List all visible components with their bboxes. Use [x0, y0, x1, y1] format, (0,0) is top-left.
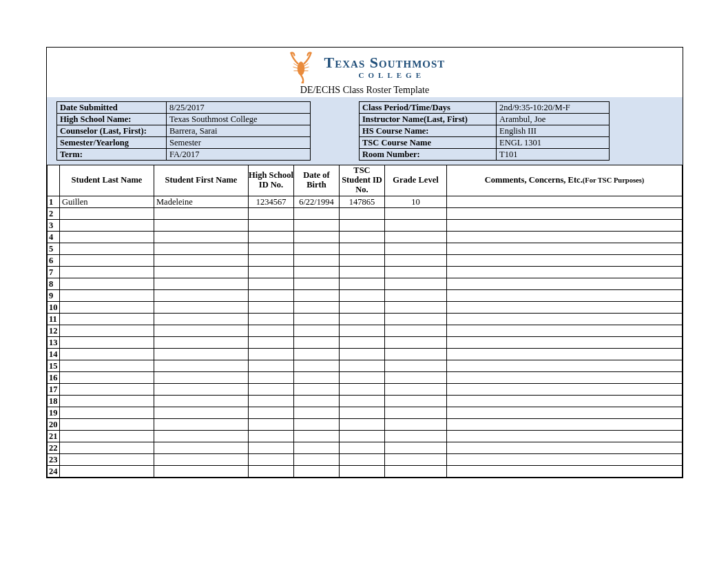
- info-value: Texas Southmost College: [167, 114, 311, 125]
- cell-hs-id: [249, 407, 294, 419]
- row-number: 3: [48, 220, 60, 232]
- cell-comments: [447, 278, 683, 290]
- cell-hs-id: [249, 325, 294, 337]
- cell-last-name: [60, 220, 154, 232]
- cell-dob: [294, 267, 340, 278]
- cell-first-name: [154, 466, 249, 478]
- info-value: ENGL 1301: [497, 137, 610, 149]
- table-row: 10: [48, 302, 683, 314]
- table-row: 20: [48, 419, 683, 431]
- cell-dob: [294, 442, 340, 454]
- info-value: Semester: [167, 137, 311, 149]
- cell-first-name: [154, 232, 249, 243]
- cell-hs-id: [249, 232, 294, 243]
- table-row: 9: [48, 290, 683, 302]
- cell-grade: [385, 208, 447, 220]
- cell-comments: [447, 232, 683, 243]
- cell-last-name: [60, 243, 154, 255]
- cell-hs-id: [249, 267, 294, 278]
- info-label: TSC Course Name: [360, 137, 497, 149]
- row-number: 7: [48, 267, 60, 278]
- row-number: 8: [48, 278, 60, 290]
- cell-first-name: [154, 220, 249, 232]
- cell-tsc-id: [340, 290, 385, 302]
- table-row: 19: [48, 407, 683, 419]
- cell-comments: [447, 419, 683, 431]
- table-row: 15: [48, 360, 683, 372]
- cell-hs-id: [249, 290, 294, 302]
- cell-first-name: [154, 454, 249, 466]
- cell-comments: [447, 454, 683, 466]
- cell-dob: [294, 232, 340, 243]
- cell-first-name: [154, 396, 249, 407]
- table-row: 21: [48, 431, 683, 442]
- cell-grade: [385, 290, 447, 302]
- col-rownum: [48, 165, 60, 196]
- cell-grade: [385, 442, 447, 454]
- cell-first-name: [154, 337, 249, 349]
- cell-comments: [447, 407, 683, 419]
- cell-last-name: [60, 208, 154, 220]
- cell-dob: [294, 466, 340, 478]
- cell-tsc-id: [340, 419, 385, 431]
- table-row: 13: [48, 337, 683, 349]
- cell-last-name: [60, 466, 154, 478]
- col-last-name: Student Last Name: [60, 165, 154, 196]
- cell-first-name: [154, 267, 249, 278]
- row-number: 2: [48, 208, 60, 220]
- cell-tsc-id: [340, 466, 385, 478]
- col-comments: Comments, Concerns, Etc.(For TSC Purpose…: [447, 165, 683, 196]
- cell-comments: [447, 243, 683, 255]
- table-row: 3: [48, 220, 683, 232]
- cell-tsc-id: [340, 372, 385, 384]
- col-hs-id: High School ID No.: [249, 165, 294, 196]
- cell-tsc-id: [340, 208, 385, 220]
- roster-header-row: Student Last Name Student First Name Hig…: [48, 165, 683, 196]
- info-row: Semester/YearlongSemester: [57, 137, 311, 149]
- cell-first-name: [154, 407, 249, 419]
- cell-grade: [385, 431, 447, 442]
- cell-grade: [385, 337, 447, 349]
- cell-first-name: [154, 278, 249, 290]
- cell-hs-id: [249, 278, 294, 290]
- cell-last-name: [60, 419, 154, 431]
- cell-dob: [294, 290, 340, 302]
- cell-last-name: [60, 396, 154, 407]
- cell-first-name: [154, 360, 249, 372]
- cell-grade: [385, 349, 447, 360]
- row-number: 18: [48, 396, 60, 407]
- cell-grade: [385, 267, 447, 278]
- cell-comments: [447, 337, 683, 349]
- header: Texas Southmost COLLEGE DE/ECHS Class Ro…: [47, 48, 683, 97]
- cell-last-name: [60, 349, 154, 360]
- cell-last-name: [60, 314, 154, 325]
- cell-hs-id: [249, 243, 294, 255]
- info-label: Room Number:: [360, 149, 497, 161]
- info-band: Date Submitted8/25/2017High School Name:…: [47, 97, 683, 165]
- cell-last-name: [60, 267, 154, 278]
- cell-grade: [385, 278, 447, 290]
- cell-last-name: [60, 407, 154, 419]
- col-comments-sub: (For TSC Purposes): [583, 176, 644, 184]
- cell-grade: [385, 232, 447, 243]
- cell-first-name: [154, 419, 249, 431]
- cell-dob: [294, 314, 340, 325]
- cell-hs-id: [249, 360, 294, 372]
- logo-row: Texas Southmost COLLEGE: [47, 50, 683, 83]
- cell-dob: [294, 208, 340, 220]
- cell-tsc-id: [340, 220, 385, 232]
- table-row: 4: [48, 232, 683, 243]
- cell-hs-id: [249, 396, 294, 407]
- cell-grade: [385, 419, 447, 431]
- cell-dob: [294, 337, 340, 349]
- info-row: Term:FA/2017: [57, 149, 311, 161]
- row-number: 4: [48, 232, 60, 243]
- row-number: 19: [48, 407, 60, 419]
- row-number: 16: [48, 372, 60, 384]
- row-number: 22: [48, 442, 60, 454]
- info-row: HS Course Name:English III: [360, 125, 610, 137]
- cell-first-name: [154, 255, 249, 267]
- document-subtitle: DE/ECHS Class Roster Template: [47, 85, 683, 96]
- row-number: 5: [48, 243, 60, 255]
- row-number: 14: [48, 349, 60, 360]
